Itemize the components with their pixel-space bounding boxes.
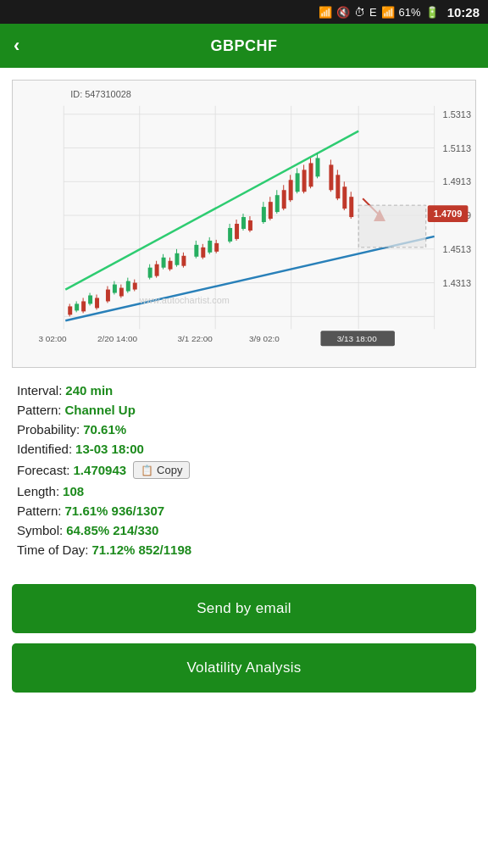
timeofday-label: Time of Day:: [17, 542, 88, 557]
svg-text:1.5313: 1.5313: [443, 109, 471, 120]
svg-text:3 02:00: 3 02:00: [38, 334, 67, 343]
signal-icon: E: [369, 6, 377, 19]
pattern-label: Pattern:: [17, 403, 62, 417]
identified-label: Identified:: [17, 442, 72, 456]
clock: 10:28: [447, 5, 480, 19]
symbol-value: 64.85% 214/330: [66, 523, 158, 537]
svg-text:www.autochartist.com: www.autochartist.com: [139, 295, 230, 305]
forecast-value: 1.470943: [74, 463, 127, 477]
svg-text:3/1 22:00: 3/1 22:00: [177, 334, 213, 343]
send-email-button[interactable]: Send by email: [12, 584, 476, 633]
forecast-row: Forecast: 1.470943 📋 Copy: [17, 461, 471, 479]
svg-text:1.4313: 1.4313: [443, 278, 471, 288]
svg-rect-35: [113, 285, 117, 293]
identified-row: Identified: 13-03 18:00: [17, 442, 471, 456]
svg-text:2/20 14:00: 2/20 14:00: [97, 334, 137, 343]
volatility-button[interactable]: Volatility Analysis: [12, 643, 476, 693]
svg-rect-99: [358, 205, 426, 248]
svg-text:1.4913: 1.4913: [443, 176, 471, 186]
pattern-stat-label: Pattern:: [17, 504, 62, 518]
copy-icon: 📋: [141, 465, 153, 476]
svg-text:3/9 02:0: 3/9 02:0: [249, 334, 280, 343]
alarm-icon: ⏱: [354, 6, 365, 19]
chart-svg: 1.5313 1.5113 1.4913 1.4709 1.4513 1.431…: [13, 81, 475, 367]
copy-label: Copy: [157, 464, 182, 476]
header: ‹ GBPCHF: [0, 24, 488, 68]
identified-value: 13-03 18:00: [75, 442, 144, 456]
svg-text:1.4513: 1.4513: [443, 244, 471, 254]
svg-rect-33: [106, 290, 110, 302]
network-icon: 📶: [381, 6, 395, 19]
symbol-row: Symbol: 64.85% 214/330: [17, 523, 471, 537]
probability-value: 70.61%: [83, 422, 126, 437]
info-section: Interval: 240 min Pattern: Channel Up Pr…: [0, 368, 488, 570]
probability-row: Probability: 70.61%: [17, 422, 471, 437]
length-label: Length:: [17, 484, 59, 498]
length-value: 108: [63, 484, 84, 498]
pattern-stat-row: Pattern: 71.61% 936/1307: [17, 504, 471, 518]
svg-text:1.5113: 1.5113: [443, 143, 471, 153]
back-button[interactable]: ‹: [14, 35, 19, 57]
bluetooth-icon: 📶: [319, 6, 332, 19]
timeofday-row: Time of Day: 71.12% 852/1198: [17, 542, 471, 557]
pattern-row: Pattern: Channel Up: [17, 403, 471, 417]
status-bar: 📶 🔇 ⏱ E 📶 61% 🔋 10:28: [0, 0, 488, 24]
interval-value: 240 min: [65, 383, 113, 398]
timeofday-value: 71.12% 852/1198: [92, 542, 191, 557]
pattern-value: Channel Up: [65, 403, 136, 417]
probability-label: Probability:: [17, 422, 80, 437]
chart-container: 1.5313 1.5113 1.4913 1.4709 1.4513 1.431…: [12, 80, 476, 368]
battery-percent: 61%: [399, 6, 421, 19]
svg-text:1.4709: 1.4709: [434, 209, 462, 219]
battery-icon: 🔋: [425, 6, 439, 19]
page-title: GBPCHF: [211, 37, 278, 55]
symbol-label: Symbol:: [17, 523, 63, 537]
pattern-stat-value: 71.61% 936/1307: [65, 504, 165, 518]
mute-icon: 🔇: [336, 6, 350, 19]
interval-row: Interval: 240 min: [17, 383, 471, 398]
interval-label: Interval:: [17, 383, 62, 398]
svg-text:ID: 547310028: ID: 547310028: [70, 89, 131, 99]
forecast-label: Forecast:: [17, 463, 70, 477]
svg-text:3/13 18:00: 3/13 18:00: [337, 334, 377, 343]
status-icons: 📶 🔇 ⏱ E 📶 61% 🔋: [319, 6, 439, 19]
copy-button[interactable]: 📋 Copy: [133, 461, 190, 479]
action-buttons: Send by email Volatility Analysis: [0, 570, 488, 706]
length-row: Length: 108: [17, 484, 471, 498]
